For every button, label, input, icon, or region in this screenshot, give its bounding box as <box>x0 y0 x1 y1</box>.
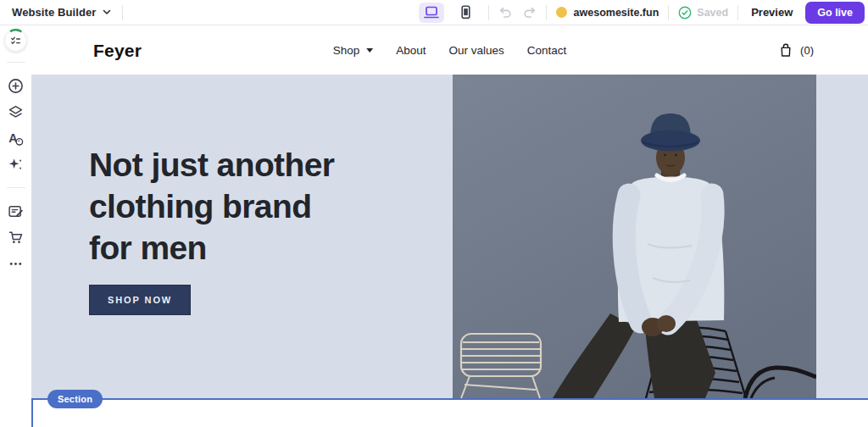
editor-tool-rail: A <box>0 26 31 427</box>
redo-button[interactable] <box>522 6 537 19</box>
shop-now-button[interactable]: SHOP NOW <box>89 285 191 315</box>
hero-heading-line: Not just another <box>89 144 334 186</box>
add-section-button[interactable] <box>7 76 25 95</box>
nav-item-contact[interactable]: Contact <box>527 44 567 57</box>
hero-photo[interactable] <box>453 75 816 398</box>
nav-item-shop[interactable]: Shop <box>333 44 374 57</box>
site-header[interactable]: Feyer Shop About Our values Contact (0) <box>31 26 868 75</box>
site-cart-button[interactable]: (0) <box>778 42 814 58</box>
saved-label: Saved <box>697 7 728 19</box>
divider <box>668 5 669 20</box>
divider <box>7 187 25 188</box>
divider <box>488 5 489 20</box>
edit-content-button[interactable] <box>7 202 25 220</box>
dropdown-caret-icon <box>366 48 373 53</box>
ai-tools-button[interactable] <box>7 155 25 174</box>
layers-icon <box>8 104 24 120</box>
cart-count: (0) <box>800 44 814 57</box>
mobile-view-toggle[interactable] <box>453 3 479 23</box>
section-strip[interactable]: Section <box>31 398 868 427</box>
man-in-bucket-hat-photo <box>453 75 816 398</box>
site-logo[interactable]: Feyer <box>93 41 142 61</box>
app-title-menu[interactable]: Website Builder <box>12 6 111 19</box>
edit-note-icon <box>8 203 24 219</box>
section-badge[interactable]: Section <box>47 390 103 408</box>
ellipsis-icon <box>8 256 24 272</box>
more-tools-button[interactable] <box>7 254 25 273</box>
hero-section[interactable]: Not just another clothing brand for men … <box>31 75 868 398</box>
domain-label: awesomesite.fun <box>574 7 659 19</box>
hero-heading-line: clothing brand <box>89 186 334 227</box>
divider <box>737 5 738 20</box>
domain-status-dot <box>556 7 567 18</box>
font-palette-icon: A <box>8 130 24 147</box>
progress-checklist-icon <box>4 29 27 52</box>
plus-circle-icon <box>8 78 24 94</box>
nav-item-label: Shop <box>333 44 360 57</box>
site-canvas: Feyer Shop About Our values Contact (0) <box>31 26 868 427</box>
chevron-down-icon <box>103 9 111 16</box>
hero-heading-line: for men <box>89 227 334 269</box>
sparkles-icon <box>8 157 24 173</box>
laptop-icon <box>423 6 440 19</box>
pages-layers-button[interactable] <box>7 103 25 121</box>
store-button[interactable] <box>7 228 25 247</box>
hero-heading[interactable]: Not just another clothing brand for men <box>89 144 334 269</box>
undo-button[interactable] <box>498 6 513 19</box>
go-live-button[interactable]: Go live <box>805 2 865 24</box>
divider <box>7 62 25 63</box>
nav-item-label: Our values <box>449 44 504 57</box>
theme-design-button[interactable]: A <box>7 129 25 147</box>
domain-menu[interactable]: awesomesite.fun <box>556 7 659 19</box>
hero-text-block: Not just another clothing brand for men … <box>89 144 334 315</box>
editor-topbar: Website Builder <box>0 0 868 25</box>
app-title: Website Builder <box>12 6 97 19</box>
site-nav: Shop About Our values Contact <box>333 44 567 57</box>
divider <box>122 5 123 20</box>
saved-check-icon <box>678 6 692 19</box>
nav-item-label: About <box>396 44 426 57</box>
nav-item-label: Contact <box>527 44 567 57</box>
redo-icon <box>522 6 537 19</box>
desktop-view-toggle[interactable] <box>419 3 444 23</box>
undo-icon <box>498 6 513 19</box>
saved-status: Saved <box>678 6 728 19</box>
preview-button[interactable]: Preview <box>751 6 793 19</box>
setup-guide-button[interactable] <box>4 29 27 52</box>
phone-icon <box>460 5 471 19</box>
nav-item-our-values[interactable]: Our values <box>449 44 504 57</box>
nav-item-about[interactable]: About <box>396 44 426 57</box>
cart-icon <box>8 230 24 246</box>
divider <box>546 5 547 20</box>
shopping-bag-icon <box>778 42 793 58</box>
